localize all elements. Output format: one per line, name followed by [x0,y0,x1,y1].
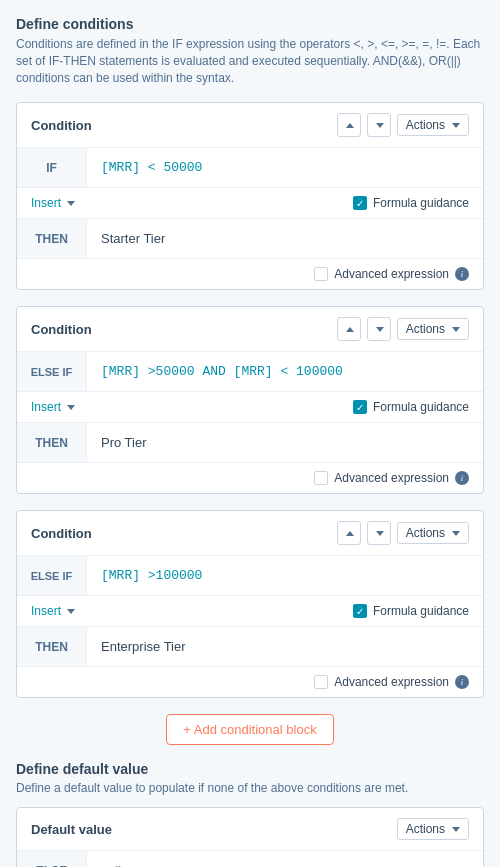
elseif-label-3: ELSE IF [17,556,87,595]
condition-block-2: Condition Actions ELSE IF [MRR] >50000 A… [16,306,484,494]
then-value-3: Enterprise Tier [101,639,186,654]
chevron-up-icon-2 [346,327,354,332]
page-title: Define conditions [16,16,484,32]
condition-label-1: Condition [31,118,92,133]
else-label: ELSE [17,851,87,867]
info-icon-3: i [455,675,469,689]
default-actions-button[interactable]: Actions [397,818,469,840]
page-description: Conditions are defined in the IF express… [16,36,484,86]
formula-text-3: [MRR] >100000 [101,568,202,583]
actions-chevron-icon-2 [452,327,460,332]
actions-button-1[interactable]: Actions [397,114,469,136]
default-block-label: Default value [31,822,112,837]
formula-text-2: [MRR] >50000 AND [MRR] < 100000 [101,364,343,379]
insert-button-3[interactable]: Insert [31,604,75,618]
formula-guidance-checkbox-3[interactable]: ✓ [353,604,367,618]
default-section-description: Define a default value to populate if no… [16,781,484,795]
default-section-title: Define default value [16,761,484,777]
default-actions-chevron-icon [452,827,460,832]
actions-button-3[interactable]: Actions [397,522,469,544]
actions-label-2: Actions [406,322,445,336]
move-up-button-3[interactable] [337,521,361,545]
formula-guidance-checkbox-1[interactable]: ✓ [353,196,367,210]
actions-label-3: Actions [406,526,445,540]
then-label-3: THEN [17,627,87,666]
insert-label-2: Insert [31,400,61,414]
move-down-button-1[interactable] [367,113,391,137]
actions-label-1: Actions [406,118,445,132]
insert-label-1: Insert [31,196,61,210]
advanced-label-3: Advanced expression [334,675,449,689]
if-label-1: IF [17,148,87,187]
advanced-checkbox-3[interactable] [314,675,328,689]
info-icon-1: i [455,267,469,281]
default-value: null [101,863,121,867]
default-section: Define default value Define a default va… [16,761,484,867]
insert-chevron-icon-2 [67,405,75,410]
formula-guidance-label-3: Formula guidance [373,604,469,618]
chevron-up-icon [346,123,354,128]
move-down-button-2[interactable] [367,317,391,341]
condition-block-3: Condition Actions ELSE IF [MRR] >100000 [16,510,484,698]
insert-chevron-icon [67,201,75,206]
move-up-button-2[interactable] [337,317,361,341]
move-down-button-3[interactable] [367,521,391,545]
condition-block-1: Condition Actions IF [MRR] < 50000 [16,102,484,290]
move-up-button-1[interactable] [337,113,361,137]
then-value-1: Starter Tier [101,231,165,246]
formula-guidance-checkbox-2[interactable]: ✓ [353,400,367,414]
formula-guidance-label-1: Formula guidance [373,196,469,210]
actions-chevron-icon-3 [452,531,460,536]
chevron-down-icon-2 [376,327,384,332]
default-actions-label: Actions [406,822,445,836]
advanced-label-2: Advanced expression [334,471,449,485]
insert-label-3: Insert [31,604,61,618]
elseif-label-2: ELSE IF [17,352,87,391]
actions-chevron-icon [452,123,460,128]
chevron-up-icon-3 [346,531,354,536]
then-value-2: Pro Tier [101,435,147,450]
condition-label-3: Condition [31,526,92,541]
info-icon-2: i [455,471,469,485]
condition-label-2: Condition [31,322,92,337]
chevron-down-icon [376,123,384,128]
then-label-2: THEN [17,423,87,462]
advanced-label-1: Advanced expression [334,267,449,281]
advanced-checkbox-2[interactable] [314,471,328,485]
insert-button-1[interactable]: Insert [31,196,75,210]
actions-button-2[interactable]: Actions [397,318,469,340]
formula-text-1: [MRR] < 50000 [101,160,202,175]
add-conditional-block-button[interactable]: + Add conditional block [166,714,333,745]
insert-chevron-icon-3 [67,609,75,614]
chevron-down-icon-3 [376,531,384,536]
formula-guidance-label-2: Formula guidance [373,400,469,414]
insert-button-2[interactable]: Insert [31,400,75,414]
then-label-1: THEN [17,219,87,258]
advanced-checkbox-1[interactable] [314,267,328,281]
